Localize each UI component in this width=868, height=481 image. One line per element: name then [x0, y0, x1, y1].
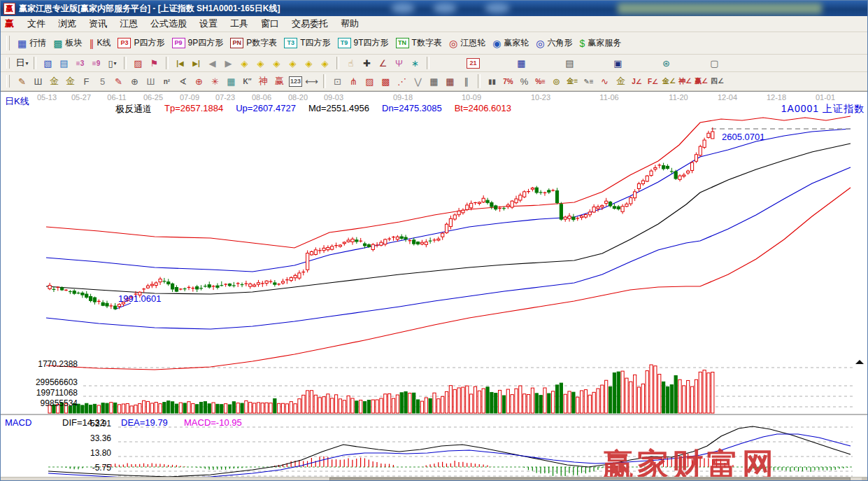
calculator-button[interactable]: ▦ — [513, 56, 529, 70]
comb-ruler-tool[interactable]: Ш — [30, 74, 46, 88]
shen-tool[interactable]: 神 — [255, 74, 271, 88]
macd-label[interactable]: MACD — [5, 417, 31, 428]
menu-item-7[interactable]: 窗口 — [255, 16, 285, 32]
menu-item-3[interactable]: 江恩 — [113, 16, 144, 32]
width-measure-tool[interactable]: ⟷ — [304, 74, 320, 88]
toolbar-button-9t-square[interactable]: T99T四方形 — [334, 36, 392, 50]
spiral-tool[interactable]: 5 — [94, 74, 111, 88]
move-tool[interactable]: ◈ — [269, 56, 285, 70]
n-square-tool[interactable]: n² — [159, 74, 175, 88]
v-wave-tool[interactable]: ⋁ — [410, 74, 426, 88]
flag-tool[interactable]: ⚑ — [146, 56, 162, 70]
ying-angle-tool[interactable]: 赢∠ — [693, 74, 709, 88]
web-button[interactable]: ⊛ — [658, 56, 674, 70]
price-star-tool[interactable]: ✳ — [207, 74, 223, 88]
remote-button[interactable]: ▢ — [706, 56, 723, 70]
menu-item-2[interactable]: 资讯 — [83, 16, 113, 32]
menu-item-6[interactable]: 工具 — [224, 16, 255, 32]
notes-button[interactable]: ▤ — [562, 56, 578, 70]
toolbar-button-t-table[interactable]: TNT数字表 — [392, 36, 446, 50]
toolbar-button-sectors[interactable]: ▩板块 — [50, 36, 85, 50]
j-angle-tool[interactable]: J∠ — [629, 74, 645, 88]
kline-style-dropdown[interactable]: 日▾ — [14, 56, 30, 70]
quotes-icon: ▦ — [17, 39, 27, 48]
k-mark-tool[interactable]: K″ — [239, 74, 255, 88]
tick-ruler-tool[interactable]: Ш — [143, 74, 159, 88]
gann-fan-tool[interactable]: ⋔ — [346, 74, 362, 88]
formula-region-tool[interactable]: ▨ — [130, 56, 146, 70]
scrollbar-thumb[interactable] — [329, 477, 851, 481]
ying-tool[interactable]: 赢 — [271, 74, 287, 88]
parallel-lines-tool[interactable]: ∥ — [458, 74, 474, 88]
crosshair-tool[interactable]: ✚ — [359, 56, 375, 70]
menu-item-5[interactable]: 设置 — [193, 16, 224, 32]
toolbar-button-p-table[interactable]: PNP数字表 — [227, 36, 280, 50]
percent-tool[interactable]: % — [516, 74, 532, 88]
prev-page-button[interactable]: ◀ — [204, 56, 220, 70]
square-grid-1[interactable]: ▦ — [426, 74, 442, 88]
period-label[interactable]: 日K线 — [5, 95, 29, 108]
speed-lines-tool[interactable]: ⋰ — [394, 74, 410, 88]
toolbar-button-kline[interactable]: ∥K线 — [85, 36, 114, 50]
chart-3-tool[interactable]: ≡3 — [72, 56, 88, 70]
gann-grid-2[interactable]: ▩ — [378, 74, 394, 88]
f-ruler-tool[interactable]: F — [78, 74, 94, 88]
volume-bars-tool[interactable]: ▮▮ — [484, 74, 500, 88]
ruler-123-tool[interactable]: 123 — [287, 74, 304, 88]
toolbar-button-t-square[interactable]: T3T四方形 — [280, 36, 334, 50]
percent-lines-tool[interactable]: %≡ — [532, 74, 548, 88]
wave-abc-tool[interactable]: ∿ — [597, 74, 613, 88]
candle-style-dropdown[interactable]: ▯▾ — [104, 56, 120, 70]
report-tool[interactable]: ▤ — [56, 56, 72, 70]
gold-circle-tool[interactable]: ⊚ — [548, 74, 564, 88]
horizontal-scrollbar[interactable] — [1, 477, 868, 481]
gold-angle-tool[interactable]: 金∠ — [661, 74, 677, 88]
chart-9-tool[interactable]: ≡9 — [88, 56, 104, 70]
toolbar-button-9p-square[interactable]: P99P四方形 — [169, 36, 227, 50]
toolbar-button-gann-wheel[interactable]: ◎江恩轮 — [446, 36, 489, 50]
menu-item-9[interactable]: 帮助 — [334, 16, 365, 32]
menu-item-1[interactable]: 浏览 — [52, 16, 83, 32]
toolbar-button-p-square[interactable]: P3P四方形 — [114, 36, 168, 50]
f-angle-tool[interactable]: F∠ — [645, 74, 661, 88]
gann-grid-1[interactable]: ▨ — [362, 74, 378, 88]
box-select-tool[interactable]: ⊡ — [329, 74, 346, 88]
full-view-tool[interactable]: ◈ — [317, 56, 333, 70]
square-grid-2[interactable]: ▦ — [442, 74, 458, 88]
pattern-tool[interactable]: ▧ — [40, 56, 56, 70]
gold-ruler-2[interactable]: 金 — [62, 74, 78, 88]
first-page-button[interactable]: |◀ — [172, 56, 188, 70]
save-button[interactable]: ▣ — [610, 56, 626, 70]
cycle-tool[interactable]: ∗ — [407, 56, 423, 70]
grid-net-tool[interactable]: ▦ — [223, 74, 239, 88]
expand-tool[interactable]: ◈ — [301, 56, 317, 70]
gold-ruler-1[interactable]: 金 — [46, 74, 62, 88]
gold-underline-tool[interactable]: 金 — [613, 74, 629, 88]
percent-7-tool[interactable]: 7% — [500, 74, 516, 88]
pen-lines-tool[interactable]: ✎≡ — [581, 74, 597, 88]
toolbar-button-winner-wheel[interactable]: ◉赢家轮 — [489, 36, 532, 50]
toolbar-button-hexagon[interactable]: ◎六角形 — [532, 36, 576, 50]
si-angle-tool[interactable]: 四∠ — [709, 74, 725, 88]
pink-pattern-tool[interactable]: Ψ — [391, 56, 407, 70]
red-pen-tool[interactable]: ✎ — [111, 74, 127, 88]
time-circle-tool[interactable]: ⊕ — [127, 74, 143, 88]
angle-line-tool[interactable]: ∠ — [375, 56, 391, 70]
gold-lines-tool[interactable]: 金≡ — [564, 74, 581, 88]
toolbar-button-quotes[interactable]: ▦行情 — [14, 36, 50, 50]
next-page-button[interactable]: ▶ — [220, 56, 236, 70]
zoom-right-tool[interactable]: ◈ — [252, 56, 269, 70]
compress-tool[interactable]: ◈ — [285, 56, 301, 70]
calendar-button[interactable]: 21 — [465, 56, 481, 70]
menu-item-4[interactable]: 公式选股 — [144, 16, 193, 32]
zoom-left-tool[interactable]: ◈ — [236, 56, 252, 70]
drag-hand-tool[interactable]: ☝ — [343, 56, 359, 70]
shen-angle-tool[interactable]: 神∠ — [677, 74, 693, 88]
last-page-button[interactable]: ▶| — [188, 56, 204, 70]
menu-item-0[interactable]: 文件 — [21, 16, 52, 32]
toolbar-button-winner-service[interactable]: $赢家服务 — [576, 36, 625, 50]
draw-pen-tool[interactable]: ✎ — [14, 74, 30, 88]
gann-target-tool[interactable]: ⊕ — [191, 74, 207, 88]
mirror-angle-tool[interactable]: ∢ — [175, 74, 191, 88]
menu-item-8[interactable]: 交易委托 — [285, 16, 334, 32]
